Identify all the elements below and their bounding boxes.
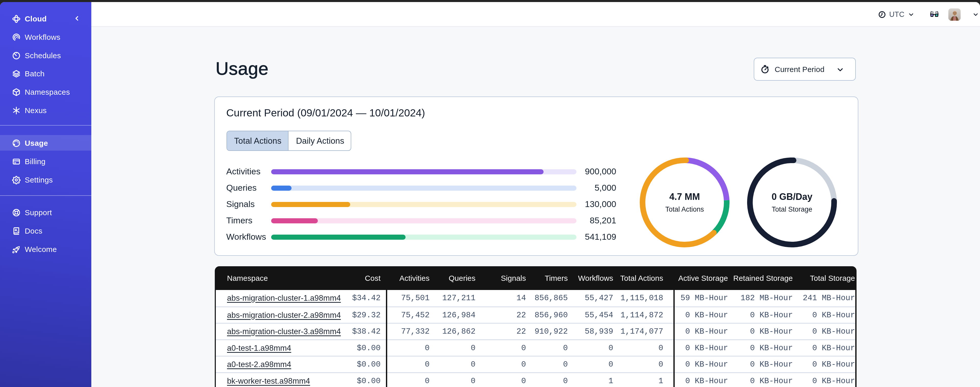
svg-text:Total Storage: Total Storage xyxy=(772,205,812,213)
svg-text:Total Actions: Total Actions xyxy=(665,205,704,213)
svg-text:4.7 MM: 4.7 MM xyxy=(669,192,700,202)
svg-text:0 GB/Day: 0 GB/Day xyxy=(772,192,812,202)
